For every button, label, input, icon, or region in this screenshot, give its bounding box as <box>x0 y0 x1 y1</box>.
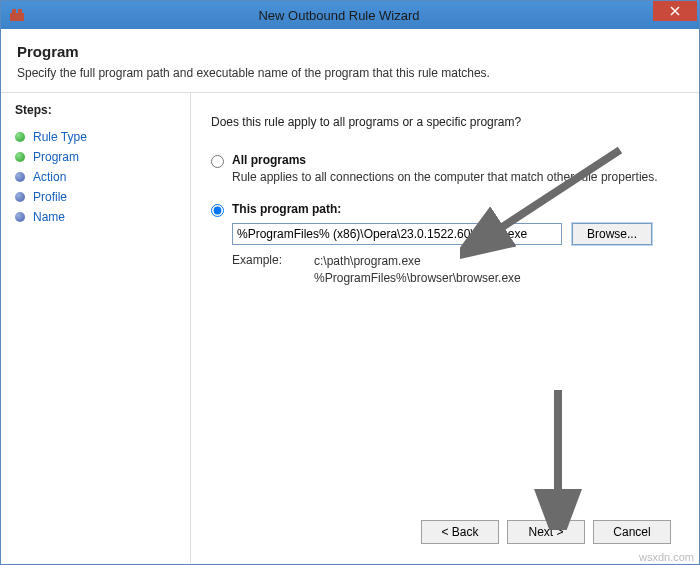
program-path-input[interactable] <box>232 223 562 245</box>
page-subtitle: Specify the full program path and execut… <box>17 66 683 80</box>
sidebar-item-profile[interactable]: Profile <box>15 187 176 207</box>
browse-button[interactable]: Browse... <box>572 223 652 245</box>
sidebar-item-action[interactable]: Action <box>15 167 176 187</box>
sidebar-item-program[interactable]: Program <box>15 147 176 167</box>
bullet-icon <box>15 152 25 162</box>
svg-rect-2 <box>18 9 22 13</box>
example-label: Example: <box>232 253 282 287</box>
question-text: Does this rule apply to all programs or … <box>211 115 671 129</box>
sidebar-item-name[interactable]: Name <box>15 207 176 227</box>
option-path-title: This program path: <box>232 202 341 216</box>
svg-rect-0 <box>10 13 24 21</box>
bullet-icon <box>15 192 25 202</box>
sidebar-item-label: Action <box>33 170 66 184</box>
sidebar-item-rule-type[interactable]: Rule Type <box>15 127 176 147</box>
bullet-icon <box>15 172 25 182</box>
option-all-title: All programs <box>232 153 306 167</box>
button-bar: < Back Next > Cancel <box>211 506 671 550</box>
radio-this-path-row[interactable]: This program path: <box>211 202 671 217</box>
cancel-button[interactable]: Cancel <box>593 520 671 544</box>
example-line-2: %ProgramFiles%\browser\browser.exe <box>314 271 521 285</box>
example-lines: c:\path\program.exe %ProgramFiles%\brows… <box>314 253 521 287</box>
page-title: Program <box>17 43 683 60</box>
firewall-icon <box>9 7 25 23</box>
bullet-icon <box>15 212 25 222</box>
header-pane: Program Specify the full program path an… <box>1 29 699 93</box>
radio-this-path[interactable] <box>211 204 224 217</box>
option-this-path: This program path: Browse... Example: c:… <box>211 202 671 287</box>
sidebar-item-label: Rule Type <box>33 130 87 144</box>
sidebar-item-label: Program <box>33 150 79 164</box>
close-button[interactable] <box>653 1 697 21</box>
watermark: wsxdn.com <box>639 551 694 563</box>
sidebar-item-label: Name <box>33 210 65 224</box>
steps-sidebar: Steps: Rule Type Program Action Profile <box>1 93 191 564</box>
radio-all-programs-row[interactable]: All programs <box>211 153 671 168</box>
example-line-1: c:\path\program.exe <box>314 254 421 268</box>
bullet-icon <box>15 132 25 142</box>
svg-rect-1 <box>12 9 16 13</box>
sidebar-item-label: Profile <box>33 190 67 204</box>
window-title: New Outbound Rule Wizard <box>25 8 653 23</box>
option-all-programs: All programs Rule applies to all connect… <box>211 153 671 184</box>
steps-label: Steps: <box>15 103 176 117</box>
main-pane: Does this rule apply to all programs or … <box>191 93 699 564</box>
titlebar: New Outbound Rule Wizard <box>1 1 699 29</box>
option-all-desc: Rule applies to all connections on the c… <box>232 170 671 184</box>
radio-all-programs[interactable] <box>211 155 224 168</box>
back-button[interactable]: < Back <box>421 520 499 544</box>
next-button[interactable]: Next > <box>507 520 585 544</box>
